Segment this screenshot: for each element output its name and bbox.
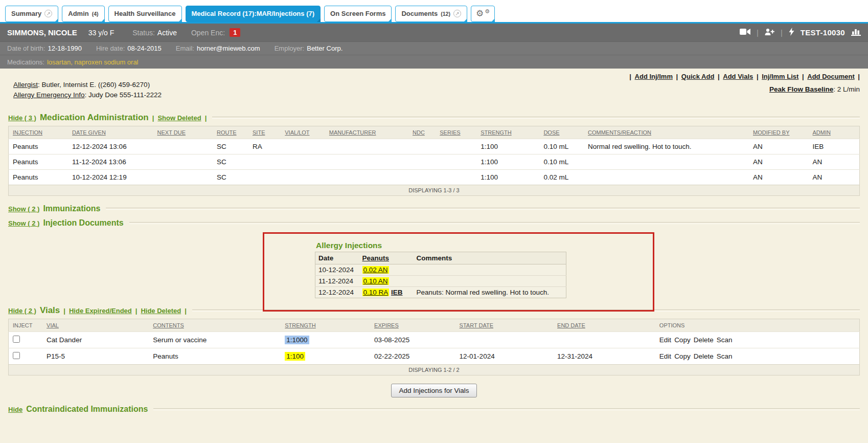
delete-link[interactable]: Delete xyxy=(694,352,714,360)
settings-gear-button[interactable]: ⚙⚙ xyxy=(471,6,495,22)
col-start-date[interactable]: START DATE xyxy=(455,319,553,332)
tab-documents[interactable]: Documents (12) ↗ xyxy=(395,6,467,22)
tab-label: Documents xyxy=(401,10,438,17)
cell-ndc xyxy=(408,154,436,170)
vials-hide-toggle[interactable]: Hide ( 2 ) xyxy=(8,307,36,315)
allergy-row: 10-12-2024 0.02 AN xyxy=(315,264,566,276)
cell-admin: IEB xyxy=(809,139,860,154)
open-enc-badge[interactable]: 1 xyxy=(230,28,240,37)
mar-row: Peanuts 10-12-2024 12:19 SC 1:100 0.02 m… xyxy=(9,170,860,185)
col-date-given[interactable]: DATE GIVEN xyxy=(68,126,153,139)
dose-link[interactable]: 0.10 AN xyxy=(362,277,389,285)
tab-summary[interactable]: Summary ↗ xyxy=(5,6,58,22)
col-next-due[interactable]: NEXT DUE xyxy=(153,126,213,139)
col-peanuts-link[interactable]: Peanuts xyxy=(359,252,414,264)
tab-count: (4) xyxy=(92,11,99,17)
inject-checkbox[interactable] xyxy=(13,336,20,343)
col-manufacturer[interactable]: MANUFACTURER xyxy=(325,126,408,139)
add-injections-for-vials-button[interactable]: Add Injections for Vials xyxy=(391,384,476,397)
medication-link[interactable]: losartan xyxy=(47,58,71,66)
tab-label: Medical Record (17):MAR/Injections (7) xyxy=(192,10,315,17)
medication-link[interactable]: naproxen sodium oral xyxy=(74,58,138,66)
contraindicated-hide-toggle[interactable]: Hide xyxy=(8,406,22,413)
col-vial[interactable]: VIAL xyxy=(42,319,149,332)
col-series[interactable]: SERIES xyxy=(436,126,476,139)
add-document-link[interactable]: Add Document xyxy=(807,73,854,80)
patient-id: TEST-10030 xyxy=(801,28,845,37)
col-end-date[interactable]: END DATE xyxy=(553,319,655,332)
mar-footer-row: DISPLAYING 1-3 / 3 xyxy=(9,185,860,196)
hide-deleted-link[interactable]: Hide Deleted xyxy=(141,307,181,315)
mar-hide-toggle[interactable]: Hide ( 3 ) xyxy=(8,114,36,122)
cell-vial-lot xyxy=(281,154,325,170)
tab-on-screen-forms[interactable]: On Screen Forms xyxy=(324,6,392,22)
col-route[interactable]: ROUTE xyxy=(213,126,248,139)
inj-imm-list-link[interactable]: Inj/Imm List xyxy=(762,73,798,80)
allergy-emergency-link[interactable]: Allergy Emergency Info xyxy=(13,91,85,99)
admin-initials-link[interactable]: IEB xyxy=(391,289,403,296)
col-dose[interactable]: DOSE xyxy=(539,126,584,139)
separator: | xyxy=(718,73,720,80)
cell-admin: AN xyxy=(809,170,860,185)
strength-value: 1:100 xyxy=(285,352,305,361)
status-value: Active xyxy=(157,29,177,37)
flowsheet-chart-icon[interactable] xyxy=(851,28,861,37)
col-strength[interactable]: STRENGTH xyxy=(476,126,539,139)
delete-link[interactable]: Delete xyxy=(694,336,714,344)
col-vial-lot[interactable]: VIAL/LOT xyxy=(281,126,325,139)
column-label: MANUFACTURER xyxy=(329,129,376,136)
cell-comments xyxy=(584,170,749,185)
column-label: DATE GIVEN xyxy=(72,129,106,136)
strength-value: 1:1000 xyxy=(285,336,309,344)
quick-actions-lightning-icon[interactable] xyxy=(789,28,794,37)
quick-add-link[interactable]: Quick Add xyxy=(681,73,715,80)
dose-link[interactable]: 0.10 RA xyxy=(362,289,390,296)
immunizations-show-toggle[interactable]: Show ( 2 ) xyxy=(8,205,39,213)
vials-header-row: INJECT VIAL CONTENTS STRENGTH EXPIRES ST… xyxy=(9,319,860,332)
popout-icon[interactable]: ↗ xyxy=(44,10,52,17)
add-inj-imm-link[interactable]: Add Inj/Imm xyxy=(635,73,673,80)
separator: | xyxy=(858,73,860,80)
col-contents[interactable]: CONTENTS xyxy=(149,319,281,332)
section-divider xyxy=(106,208,860,210)
copy-link[interactable]: Copy xyxy=(674,352,691,360)
hide-expired-link[interactable]: Hide Expired/Ended xyxy=(69,307,132,315)
video-call-icon[interactable] xyxy=(740,28,750,37)
cell-site xyxy=(248,154,281,170)
mar-row: Peanuts 12-12-2024 13:06 SC RA 1:100 0.1… xyxy=(9,139,860,154)
tab-admin[interactable]: Admin (4) xyxy=(62,6,104,22)
tab-medical-record-mar-injections[interactable]: Medical Record (17):MAR/Injections (7) xyxy=(186,6,321,22)
copy-link[interactable]: Copy xyxy=(674,336,691,344)
allergy-injections-panel: Allergy Injections Date Peanuts Comments… xyxy=(315,241,566,298)
open-enc-label: Open Enc: xyxy=(191,29,225,37)
gear-icon: ⚙ xyxy=(476,9,484,18)
injection-documents-show-toggle[interactable]: Show ( 2 ) xyxy=(8,219,39,227)
col-strength[interactable]: STRENGTH xyxy=(281,319,370,332)
section-divider xyxy=(212,117,860,119)
col-expires[interactable]: EXPIRES xyxy=(370,319,455,332)
tab-health-surveillance[interactable]: Health Surveillance xyxy=(108,6,182,22)
hire-value: 08-24-2015 xyxy=(127,45,162,52)
mar-show-deleted-link[interactable]: Show Deleted xyxy=(157,114,201,122)
dose-link[interactable]: 0.02 AN xyxy=(362,266,389,274)
col-ndc[interactable]: NDC xyxy=(408,126,436,139)
popout-icon[interactable]: ↗ xyxy=(453,10,461,17)
scan-link[interactable]: Scan xyxy=(717,352,733,360)
col-site[interactable]: SITE xyxy=(248,126,281,139)
col-admin[interactable]: ADMIN xyxy=(809,126,860,139)
inject-checkbox[interactable] xyxy=(13,352,20,359)
scan-link[interactable]: Scan xyxy=(717,336,733,344)
peak-flow-baseline-link[interactable]: Peak Flow Baseline xyxy=(769,85,833,93)
add-vials-link[interactable]: Add Vials xyxy=(723,73,753,80)
cell-date: 12-12-2024 xyxy=(315,287,359,298)
col-modified-by[interactable]: MODIFIED BY xyxy=(749,126,809,139)
cell-modified-by: AN xyxy=(749,139,809,154)
col-comments-reaction[interactable]: COMMENTS/REACTION xyxy=(584,126,749,139)
allergist-link[interactable]: Allergist xyxy=(13,81,38,88)
edit-link[interactable]: Edit xyxy=(659,352,671,360)
col-injection[interactable]: INJECTION xyxy=(9,126,68,139)
cell-vial-lot xyxy=(281,139,325,154)
edit-link[interactable]: Edit xyxy=(659,336,671,344)
add-user-icon[interactable] xyxy=(765,28,774,37)
immunizations-section-header: Show ( 2 ) Immunizations xyxy=(8,204,860,213)
